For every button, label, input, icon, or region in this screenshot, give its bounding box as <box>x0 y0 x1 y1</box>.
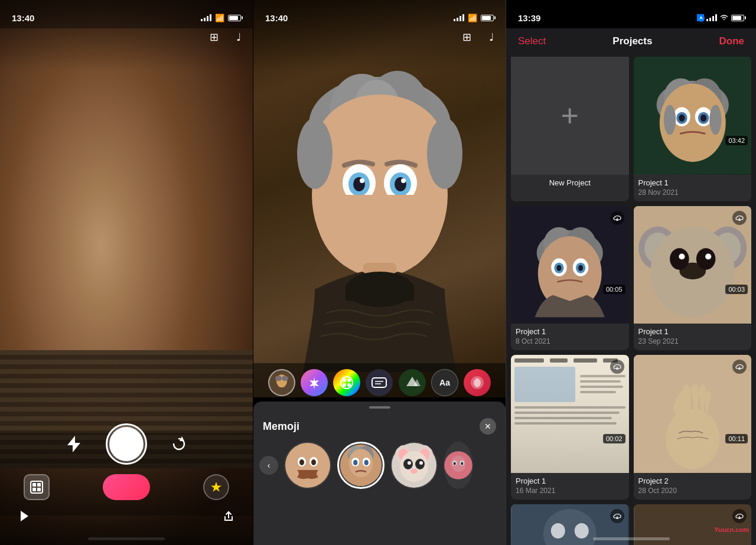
gallery-button[interactable] <box>24 474 50 500</box>
svg-point-110 <box>670 248 689 270</box>
svg-point-49 <box>311 459 316 465</box>
svg-rect-3 <box>32 483 36 487</box>
time-1: 13:40 <box>12 13 34 23</box>
svg-rect-2 <box>31 481 43 493</box>
music-icon-1[interactable]: ♩ <box>236 31 241 44</box>
grid-icon-2[interactable]: ⊞ <box>462 31 471 44</box>
wifi-icon-2: 📶 <box>468 14 477 22</box>
project-name-4: Project 1 <box>516 477 624 485</box>
panel-2: 13:40 📶 ⊞ ♩ <box>253 0 506 545</box>
memoji-scroll-left[interactable]: ‹ <box>259 456 278 475</box>
svg-rect-4 <box>37 483 41 487</box>
cloud-icon-6 <box>610 509 624 523</box>
memoji-bottom-sheet: Memoji ✕ ‹ <box>253 402 506 545</box>
project-date-4: 16 Mar 2021 <box>516 487 624 495</box>
projects-title: Projects <box>612 35 652 47</box>
shutter-button[interactable] <box>106 423 147 465</box>
battery-icon-2 <box>481 15 494 21</box>
project-thumb-1: 03:42 <box>634 57 752 175</box>
project-cell-2[interactable]: 00:05 Project 1 8 Oct 2021 <box>511 206 629 351</box>
project-name-2: Project 1 <box>516 327 624 336</box>
grid-icon-1[interactable]: ⊞ <box>210 31 219 44</box>
sheet-close-button[interactable]: ✕ <box>480 418 496 435</box>
sheet-handle <box>369 406 390 409</box>
signal-bars-1 <box>201 14 211 21</box>
top-icons-1[interactable]: ⊞ ♩ <box>0 31 253 44</box>
confetti-effect-btn[interactable] <box>333 369 360 396</box>
memoji-items-row: ‹ <box>253 442 506 489</box>
project-cell-4[interactable]: 00:02 Project 1 16 Mar 2021 <box>511 355 629 500</box>
memoji-item-grayhair[interactable] <box>337 442 384 489</box>
project-thumb-2: 00:05 <box>511 206 629 324</box>
done-button[interactable]: Done <box>719 35 745 47</box>
play-button[interactable] <box>18 510 31 526</box>
battery-icon-3 <box>731 15 744 21</box>
cloud-icon-4 <box>610 360 624 374</box>
effects-star-button[interactable] <box>203 474 229 500</box>
top-icons-2[interactable]: ⊞ ♩ <box>253 31 506 44</box>
svg-point-117 <box>665 409 719 469</box>
select-button[interactable]: Select <box>518 35 546 47</box>
project-name-3: Project 1 <box>638 327 747 336</box>
wifi-icon-1: 📶 <box>215 14 224 22</box>
project-duration-5: 00:11 <box>725 434 748 443</box>
landscape-effect-btn[interactable] <box>399 369 426 396</box>
panel-1: 13:40 📶 ⊞ ♩ <box>0 0 253 545</box>
share-button[interactable] <box>222 510 235 526</box>
svg-point-101 <box>578 265 583 270</box>
projects-grid: + New Project <box>506 52 756 545</box>
toolbar-bottom <box>0 474 253 500</box>
project-cell-3[interactable]: 00:03 Project 1 23 Sep 2021 <box>634 206 752 351</box>
memoji-effect-btn[interactable] <box>268 369 295 396</box>
svg-rect-28 <box>346 283 414 301</box>
project-cell-5[interactable]: 00:11 Project 2 28 Oct 2020 <box>634 355 752 500</box>
record-button[interactable] <box>103 474 150 500</box>
flip-camera-icon[interactable] <box>171 436 187 452</box>
svg-point-57 <box>353 460 357 465</box>
message-effect-btn[interactable] <box>366 369 393 396</box>
svg-point-121 <box>551 523 565 539</box>
svg-point-89 <box>663 105 675 135</box>
svg-point-113 <box>705 253 711 259</box>
music-icon-2[interactable]: ♩ <box>489 31 494 44</box>
memoji-item-pink[interactable] <box>444 442 473 489</box>
project-thumb-5: 00:11 <box>634 355 752 473</box>
signal-bars-3 <box>706 14 717 21</box>
status-bar-3: 13:39 <box>506 0 756 28</box>
svg-point-14 <box>297 118 333 189</box>
text-effect-btn[interactable]: Aa <box>431 369 458 396</box>
project-date-1: 28 Nov 2021 <box>638 188 747 197</box>
svg-point-35 <box>347 378 351 382</box>
text-effect-label: Aa <box>439 378 450 387</box>
status-bar-2: 13:40 📶 <box>253 0 506 28</box>
svg-point-33 <box>341 377 353 389</box>
new-project-info: New Project <box>545 175 595 192</box>
svg-point-23 <box>401 178 406 183</box>
svg-point-122 <box>575 523 589 539</box>
memoji-item-beard[interactable] <box>284 442 331 489</box>
toolbar-top <box>0 423 253 465</box>
project-info-2: Project 1 8 Oct 2021 <box>511 324 629 350</box>
project-info-4: Project 1 16 Mar 2021 <box>511 473 629 500</box>
cloud-icon-2 <box>610 211 624 225</box>
svg-point-48 <box>299 459 304 465</box>
project-duration-2: 00:05 <box>603 285 625 294</box>
svg-point-69 <box>410 469 418 474</box>
status-icons-1: 📶 <box>201 14 241 22</box>
memoji-item-mouse[interactable] <box>390 442 438 489</box>
svg-point-13 <box>315 94 445 201</box>
shapes-effect-btn[interactable] <box>464 369 491 396</box>
sparkle-effect-btn[interactable] <box>301 369 328 396</box>
project-date-2: 8 Oct 2021 <box>516 337 624 345</box>
project-info-5: Project 2 28 Oct 2020 <box>634 473 752 500</box>
toolbar-1 <box>0 433 253 515</box>
svg-point-68 <box>419 461 423 465</box>
svg-rect-6 <box>37 488 41 491</box>
svg-point-34 <box>343 378 346 382</box>
status-bar-1: 13:40 📶 <box>0 0 253 28</box>
flash-icon[interactable] <box>66 436 82 452</box>
new-project-cell[interactable]: + New Project <box>511 57 629 201</box>
project-thumb-3: 00:03 <box>634 206 752 324</box>
effects-toolbar: Aa <box>253 363 506 402</box>
project-cell-1[interactable]: 03:42 Project 1 28 Nov 2021 <box>634 57 752 201</box>
